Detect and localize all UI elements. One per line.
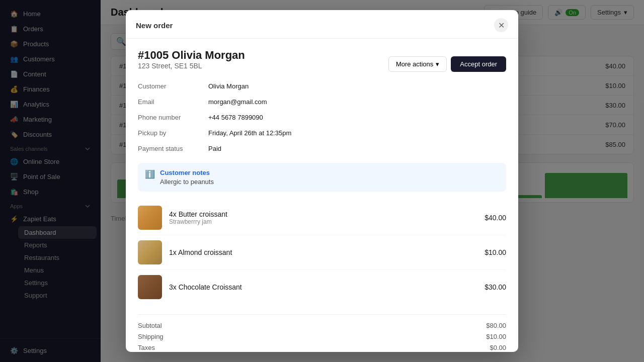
- order-item-1: 4x Butter croissant Strawberrry jam $40.…: [138, 201, 506, 235]
- field-label-customer: Customer: [138, 81, 208, 92]
- modal-close-button[interactable]: ✕: [494, 18, 508, 32]
- item-image-chocolate-croissant: [138, 275, 162, 299]
- field-value-pickup: Friday, April 26th at 12:35pm: [208, 128, 506, 138]
- order-items: 4x Butter croissant Strawberrry jam $40.…: [138, 201, 506, 304]
- customer-notes-box: ℹ️ Customer notes Allergic to peanuts: [138, 163, 506, 192]
- more-actions-button[interactable]: More actions ▾: [388, 56, 447, 72]
- subtotal-row: Subtotal $80.00: [138, 322, 506, 329]
- item-image-butter-croissant: [138, 206, 162, 230]
- order-heading: #1005 Olivia Morgan 123 Street, SE1 5BL: [138, 49, 245, 79]
- order-title-row: #1005 Olivia Morgan 123 Street, SE1 5BL …: [138, 49, 506, 79]
- item-name-2: 1x Almond croissant: [169, 248, 477, 256]
- order-item-2: 1x Almond croissant $10.00: [138, 235, 506, 270]
- info-icon: ℹ️: [145, 169, 155, 186]
- notes-text: Allergic to peanuts: [160, 178, 214, 186]
- item-price-3: $30.00: [485, 283, 506, 291]
- item-image-almond-croissant: [138, 240, 162, 264]
- order-info-grid: Customer Olivia Morgan Email morgan@gmai…: [138, 81, 506, 154]
- field-label-pickup: Pickup by: [138, 128, 208, 138]
- item-price-2: $10.00: [485, 248, 506, 256]
- field-value-payment: Paid: [208, 143, 506, 154]
- notes-title: Customer notes: [160, 169, 214, 176]
- modal-title: New order: [136, 21, 173, 30]
- accept-order-button[interactable]: Accept order: [451, 56, 506, 72]
- order-item-3: 3x Chocolate Croissant $30.00: [138, 270, 506, 304]
- taxes-row: Taxes $0.00: [138, 344, 506, 351]
- order-address: 123 Street, SE1 5BL: [138, 62, 245, 70]
- item-name-3: 3x Chocolate Croissant: [169, 283, 477, 291]
- modal-overlay[interactable]: New order ✕ #1005 Olivia Morgan 123 Stre…: [0, 0, 644, 362]
- chevron-down-icon: ▾: [436, 60, 439, 68]
- order-number-name: #1005 Olivia Morgan: [138, 49, 245, 62]
- item-name-1: 4x Butter croissant Strawberrry jam: [169, 210, 477, 225]
- modal-body: #1005 Olivia Morgan 123 Street, SE1 5BL …: [126, 39, 518, 352]
- field-value-phone: +44 5678 7899090: [208, 112, 506, 123]
- field-value-customer: Olivia Morgan: [208, 81, 506, 92]
- modal-actions: More actions ▾ Accept order: [388, 56, 506, 72]
- field-label-email: Email: [138, 97, 208, 107]
- notes-content: Customer notes Allergic to peanuts: [160, 169, 214, 186]
- modal-header: New order ✕: [126, 10, 518, 39]
- order-modal: New order ✕ #1005 Olivia Morgan 123 Stre…: [126, 10, 518, 352]
- field-value-email: morgan@gmail.com: [208, 97, 506, 107]
- item-price-1: $40.00: [485, 214, 506, 222]
- order-totals: Subtotal $80.00 Shipping $10.00 Taxes $0…: [138, 314, 506, 352]
- shipping-row: Shipping $10.00: [138, 333, 506, 340]
- field-label-payment: Payment status: [138, 143, 208, 154]
- field-label-phone: Phone number: [138, 112, 208, 123]
